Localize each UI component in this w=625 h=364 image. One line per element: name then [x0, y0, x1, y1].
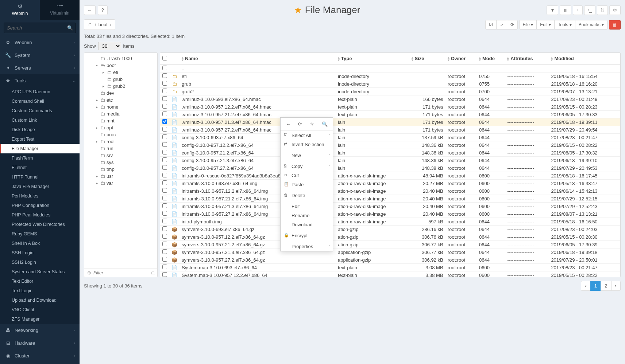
- table-row[interactable]: 📄 .vmlinuz-3.10.0-957.21.3.el7.x86_64.hm…: [160, 118, 620, 126]
- sub-item-shell-in-a-box[interactable]: Shell In A Box: [0, 239, 80, 248]
- table-row[interactable]: 📦 symvers-3.10.0-957.27.2.el7.x86_64.gz …: [160, 256, 620, 264]
- sub-item-file-manager[interactable]: File Manager: [0, 144, 80, 153]
- row-checkbox[interactable]: [162, 157, 167, 162]
- tree-item-usr[interactable]: ▸🗀usr: [86, 173, 156, 180]
- nav-networking[interactable]: 🖧Networking‹: [0, 324, 80, 337]
- col-check[interactable]: [160, 53, 169, 65]
- sub-item-system-and-server-status[interactable]: System and Server Status: [0, 267, 80, 277]
- tree-toggle-icon[interactable]: ▸: [101, 70, 105, 74]
- breadcrumb[interactable]: 🗀 / boot ›: [84, 19, 115, 30]
- row-checkbox[interactable]: [162, 66, 167, 70]
- sub-item-ssh-login[interactable]: SSH Login: [0, 248, 80, 258]
- row-checkbox[interactable]: [162, 173, 167, 177]
- nav-system[interactable]: 🔧System‹: [0, 49, 80, 62]
- cell-name[interactable]: symvers-3.10.0-957.27.2.el7.x86_64.gz: [180, 256, 336, 264]
- tree-toggle-icon[interactable]: ▸: [94, 98, 99, 102]
- search-icon[interactable]: 🔍: [67, 25, 73, 31]
- table-row[interactable]: 📄 .vmlinuz-3.10.0-957.12.2.el7.x86_64.hm…: [160, 103, 620, 111]
- bookmarks-menu[interactable]: Bookmarks ▾: [575, 20, 607, 30]
- terminal-button[interactable]: ›_: [584, 5, 595, 15]
- tree-item-var[interactable]: ▸🗀var: [86, 180, 156, 187]
- sub-item-java-file-manager[interactable]: Java File Manager: [0, 182, 80, 191]
- row-checkbox[interactable]: [162, 150, 167, 154]
- table-row[interactable]: 📄 config-3.10.0-957.27.2.el7.x86_64 lain…: [160, 164, 620, 172]
- table-row[interactable]: 📄 .vmlinuz-3.10.0-957.27.2.el7.x86_64.hm…: [160, 126, 620, 134]
- tree-toggle-icon[interactable]: ▸: [94, 105, 99, 109]
- sub-item-perl-modules[interactable]: Perl Modules: [0, 191, 80, 201]
- cell-name[interactable]: System.map-3.10.0-957.12.2.el7.x86_64: [180, 271, 336, 278]
- cell-name[interactable]: grub: [180, 80, 336, 88]
- brand-webmin[interactable]: ⚙ Webmin: [0, 0, 40, 20]
- tree-item-grub[interactable]: 🗀grub: [86, 76, 156, 83]
- row-checkbox[interactable]: [162, 81, 167, 86]
- transfer-button[interactable]: ⇅: [597, 5, 608, 15]
- row-checkbox[interactable]: [162, 104, 167, 109]
- sub-item-apc-ups-daemon[interactable]: APC UPS Daemon: [0, 87, 80, 97]
- columns-button[interactable]: ⫼: [560, 5, 571, 15]
- ctx-paste[interactable]: 📋Paste: [281, 180, 333, 189]
- row-checkbox[interactable]: [162, 257, 167, 262]
- tree-item-tmp[interactable]: 🗀tmp: [86, 166, 156, 173]
- col-attributes[interactable]: ▴▾Attributes: [505, 53, 549, 65]
- ctx-copy[interactable]: ⎘Copy›: [281, 162, 333, 171]
- expand-icon[interactable]: ⊕: [87, 270, 91, 275]
- ctx-refresh-icon[interactable]: ⟳: [297, 120, 304, 128]
- sub-item-php-pear-modules[interactable]: PHP Pear Modules: [0, 210, 80, 220]
- brand-virtualmin[interactable]: 〰 Virtualmin: [40, 0, 80, 20]
- table-row[interactable]: 📄 initrd-plymouth.img ation-x-raw-disk-i…: [160, 218, 620, 226]
- sub-item-export-test[interactable]: Export Test: [0, 134, 80, 144]
- tree-item-dev[interactable]: 🗀dev: [86, 90, 156, 97]
- help-button[interactable]: ?: [98, 5, 108, 15]
- parent-dir[interactable]: ..: [180, 65, 620, 73]
- table-row[interactable]: 📄 initramfs-3.10.0-957.21.3.el7.x86_64.i…: [160, 203, 620, 210]
- row-checkbox[interactable]: [162, 96, 167, 101]
- page-prev[interactable]: ‹: [581, 281, 590, 291]
- ctx-select-all[interactable]: ☑Select All›: [281, 131, 333, 140]
- tree-toggle-icon[interactable]: ▸: [94, 174, 99, 178]
- table-row[interactable]: 🗀 grub2 inode-directory root:root 0700 -…: [160, 88, 620, 95]
- row-checkbox[interactable]: [162, 219, 167, 223]
- ctx-back-icon[interactable]: ←: [284, 120, 292, 128]
- table-row[interactable]: 📄 initramfs-3.10.0-693.el7.x86_64.img at…: [160, 180, 620, 187]
- table-row[interactable]: 📄 config-3.10.0-957.12.2.el7.x86_64 lain…: [160, 141, 620, 149]
- row-checkbox[interactable]: [162, 234, 167, 239]
- ctx-invert[interactable]: ⇄Invert Selection: [281, 140, 333, 149]
- search-input[interactable]: [4, 23, 76, 33]
- table-row[interactable]: 📄 initramfs-3.10.0-957.27.2.el7.x86_64.i…: [160, 210, 620, 218]
- edit-menu[interactable]: Edit ▾: [536, 20, 555, 30]
- table-row[interactable]: 📄 initramfs-3.10.0-957.12.2.el7.x86_64.i…: [160, 187, 620, 195]
- tree-item-sys[interactable]: 🗀sys: [86, 159, 156, 166]
- table-row[interactable]: 📄 .vmlinuz-3.10.0-693.el7.x86_64.hmac te…: [160, 95, 620, 103]
- table-row[interactable]: 📄 System.map-3.10.0-957.12.2.el7.x86_64 …: [160, 271, 620, 278]
- ctx-star-icon[interactable]: ☆: [308, 120, 316, 128]
- cell-name[interactable]: .vmlinuz-3.10.0-693.el7.x86_64.hmac: [180, 95, 336, 103]
- col-name[interactable]: ▴▾Name: [180, 53, 336, 65]
- table-row[interactable]: 📄 config-3.10.0-957.21.2.el7.x86_64 lain…: [160, 149, 620, 157]
- tree-toggle-icon[interactable]: ▾: [94, 63, 99, 67]
- row-checkbox[interactable]: [162, 111, 167, 116]
- breadcrumb-current[interactable]: boot: [99, 22, 108, 27]
- tree-item-grub2[interactable]: ▸🗀grub2: [86, 83, 156, 90]
- col-owner[interactable]: ▴▾Owner: [445, 53, 477, 65]
- ctx-download[interactable]: Download: [281, 220, 333, 229]
- table-row[interactable]: 📦 symvers-3.10.0-693.el7.x86_64.gz ation…: [160, 226, 620, 233]
- show-count-select[interactable]: 30: [98, 42, 121, 50]
- nav-hardware[interactable]: ⊟Hardware‹: [0, 337, 80, 349]
- col-size[interactable]: ▴▾Size: [409, 53, 445, 65]
- table-row[interactable]: 📦 symvers-3.10.0-957.21.3.el7.x86_64.gz …: [160, 248, 620, 256]
- row-checkbox[interactable]: [162, 211, 167, 216]
- sub-item-text-login[interactable]: Text Login: [0, 286, 80, 295]
- sub-item-text-editor[interactable]: Text Editor: [0, 277, 80, 286]
- settings-button[interactable]: ⚙: [609, 5, 621, 15]
- tree-toggle-icon[interactable]: ▸: [94, 126, 99, 130]
- ctx-cut[interactable]: ✂Cut: [281, 171, 333, 180]
- tree-item-efi[interactable]: ▸🗀efi: [86, 69, 156, 76]
- cell-name[interactable]: System.map-3.10.0-693.el7.x86_64: [180, 264, 336, 271]
- sub-item-http-tunnel[interactable]: HTTP Tunnel: [0, 172, 80, 182]
- table-row[interactable]: 📄 initramfs-3.10.0-957.21.2.el7.x86_64.i…: [160, 195, 620, 203]
- page-1[interactable]: 1: [590, 281, 601, 291]
- row-checkbox[interactable]: [162, 119, 167, 124]
- row-checkbox[interactable]: [162, 188, 167, 193]
- back-button[interactable]: ←: [84, 5, 96, 15]
- row-checkbox[interactable]: [162, 165, 167, 170]
